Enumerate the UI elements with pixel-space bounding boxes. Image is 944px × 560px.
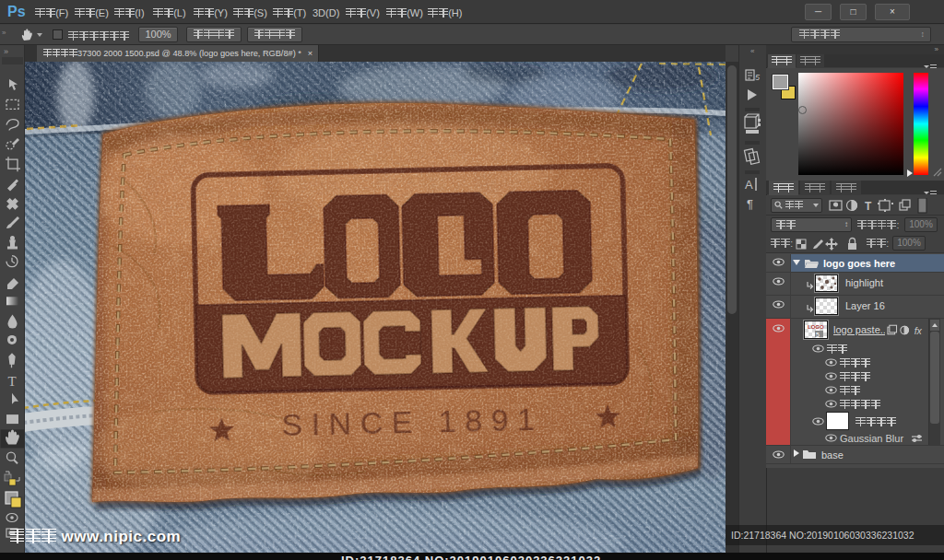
svg-text:A: A bbox=[745, 178, 753, 192]
svg-text:«: « bbox=[750, 47, 755, 55]
svg-text:»: » bbox=[4, 47, 8, 56]
svg-text:T: T bbox=[865, 200, 872, 213]
svg-text:fx: fx bbox=[914, 325, 923, 336]
svg-text:T: T bbox=[8, 374, 17, 389]
svg-text:¶: ¶ bbox=[747, 197, 753, 211]
svg-text:5: 5 bbox=[816, 332, 820, 338]
svg-text:LOGO: LOGO bbox=[808, 324, 824, 330]
